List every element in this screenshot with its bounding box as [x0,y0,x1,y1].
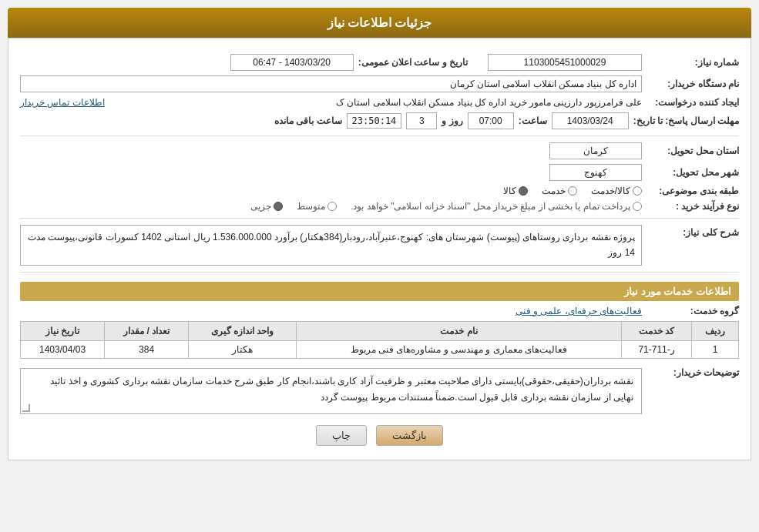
category-option-kala-khedmat-label: کالا/خدمت [591,186,630,196]
divider-3 [20,272,739,273]
table-cell: ر-711-71 [622,340,692,358]
service-group-label: گروه خدمت: [646,306,739,316]
category-option-kala[interactable]: کالا [503,186,528,196]
page-header: جزئیات اطلاعات نیاز [8,8,751,38]
announcement-date-label: تاریخ و ساعت اعلان عمومی: [358,57,468,68]
process-option-note: پرداخت تمام یا بخشی از مبلغ خریداز محل "… [351,201,642,212]
radio-medium-icon [327,202,337,211]
province-value: کرمان [549,142,642,159]
radio-note-icon [633,202,642,211]
process-label: نوع فرآیند خرید : [646,201,739,212]
button-row: بازگشت چاپ [20,425,739,446]
process-option-partial[interactable]: جزیی [250,201,283,212]
col-date: تاریخ نیاز [21,321,105,340]
process-option-partial-label: جزیی [250,201,271,212]
need-number-label: شماره نیاز: [646,57,739,68]
response-time: 07:00 [468,112,514,129]
services-table: ردیف کد خدمت نام خدمت واحد اندازه گیری ت… [20,321,739,359]
radio-partial-icon [274,202,283,211]
response-time-label: ساعت: [519,115,547,126]
table-cell: 1403/04/03 [21,340,105,358]
category-option-kala-khedmat[interactable]: کالا/خدمت [591,186,642,196]
city-value: کهنوج [549,164,642,181]
services-table-container: ردیف کد خدمت نام خدمت واحد اندازه گیری ت… [20,321,739,359]
col-qty: تعداد / مقدار [105,321,189,340]
table-cell: هکتار [189,340,297,358]
need-number-value: 1103005451000029 [488,54,642,71]
buyer-description-value: نقشه برداران(حقیقی،حقوقی)بایستی دارای صل… [20,368,642,414]
category-radio-group: کالا/خدمت خدمت کالا [503,186,642,196]
header-title: جزئیات اطلاعات نیاز [327,16,432,29]
requester-link[interactable]: اطلاعات تماس خریدار [20,97,105,108]
table-cell: 384 [105,340,189,358]
buyer-org-value: اداره کل بنیاد مسکن انقلاب اسلامی استان … [20,75,642,92]
table-cell: 1 [692,340,739,358]
province-label: استان محل تحویل: [646,146,739,156]
response-deadline-label: مهلت ارسال پاسخ: تا تاریخ: [633,115,739,126]
radio-kala-icon [519,186,528,196]
need-description-label: شرح کلی نیاز: [646,225,739,238]
back-button[interactable]: بازگشت [376,425,443,446]
table-row: 1ر-711-71فعالیت‌های معماری و مهندسی و مش… [21,340,739,358]
process-option-note-label: پرداخت تمام یا بخشی از مبلغ خریداز محل "… [351,201,630,212]
announcement-date-value: 1403/03/20 - 06:47 [230,54,354,71]
requester-label: ایجاد کننده درخواست: [646,97,739,108]
radio-kala-khedmat-icon [633,186,642,196]
col-code: کد خدمت [622,321,692,340]
col-unit: واحد اندازه گیری [189,321,297,340]
print-button[interactable]: چاپ [316,425,367,446]
response-remaining: 23:50:14 [347,113,402,129]
process-option-medium[interactable]: متوسط [297,201,337,212]
col-name: نام خدمت [296,321,621,340]
category-label: طبقه بندی موضوعی: [646,186,739,196]
radio-khedmat-icon [568,186,577,196]
buyer-description-text: نقشه برداران(حقیقی،حقوقی)بایستی دارای صل… [50,376,633,403]
category-option-khedmat[interactable]: خدمت [542,186,577,196]
category-option-kala-label: کالا [503,186,516,196]
category-option-khedmat-label: خدمت [542,186,566,196]
buyer-description-label: توضیحات خریدار: [646,365,739,378]
services-section-title: اطلاعات خدمات مورد نیاز [20,282,739,301]
process-options-group: پرداخت تمام یا بخشی از مبلغ خریداز محل "… [250,201,642,212]
process-option-medium-label: متوسط [297,201,325,212]
divider-1 [20,136,739,136]
service-group-value[interactable]: فعالیت‌های حرفه‌ای، علمی و فنی [516,306,642,316]
response-days: 3 [406,112,437,129]
table-cell: فعالیت‌های معماری و مهندسی و مشاوره‌های … [296,340,621,358]
requester-value: علی فرامرزپور دارزینی مامور خرید اداره ک… [117,97,642,108]
buyer-org-label: نام دستگاه خریدار: [646,79,739,89]
resize-handle-icon[interactable] [22,404,30,412]
col-row: ردیف [692,321,739,340]
city-label: شهر محل تحویل: [646,167,739,178]
need-description-value: پروژه نقشه برداری روستاهای (پیوست) شهرست… [20,225,642,266]
divider-2 [20,218,739,219]
response-date: 1403/03/24 [552,112,629,129]
response-days-label: روز و [442,115,462,126]
response-remaining-label: ساعت باقی مانده [274,115,342,126]
